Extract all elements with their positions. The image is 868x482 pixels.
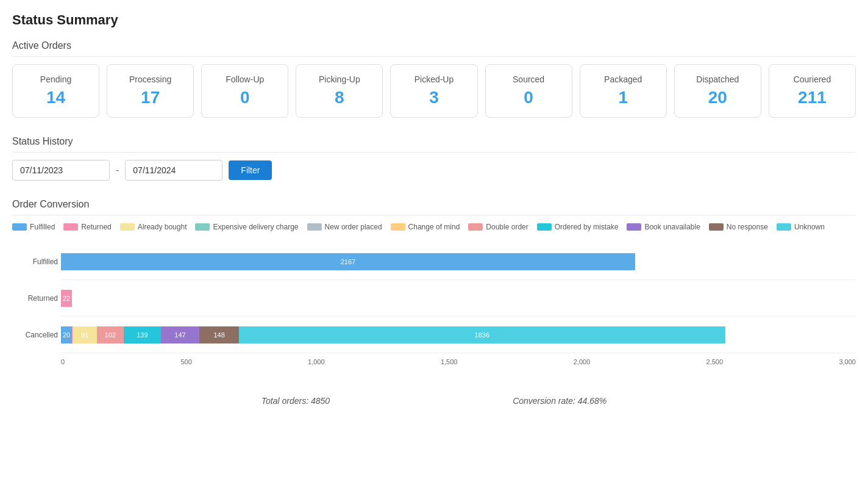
legend-color-swatch [63, 223, 78, 231]
legend-label: No response [727, 223, 768, 231]
legend-label: Already bought [138, 223, 187, 231]
chart-row: Fulfilled2167 [61, 243, 856, 280]
card-value: 3 [403, 88, 464, 107]
legend-item: Already bought [120, 223, 187, 231]
card-label: Packaged [592, 74, 654, 84]
row-label: Cancelled [12, 331, 58, 339]
x-axis-label: 3,000 [839, 358, 856, 365]
chart-row: Cancelled20911021391471481836 [61, 317, 856, 353]
status-card[interactable]: Follow-Up 0 [201, 64, 288, 118]
status-history-label: Status History [12, 136, 856, 153]
page-title: Status Summary [12, 12, 856, 28]
x-axis-label: 1,000 [308, 358, 325, 365]
card-label: Pending [25, 74, 87, 84]
card-label: Dispatched [687, 74, 749, 84]
chart-area: Fulfilled2167Returned22Cancelled20911021… [12, 243, 856, 384]
status-history-section: Status History - Filter [12, 136, 856, 181]
legend-color-swatch [468, 223, 483, 231]
card-value: 0 [214, 88, 276, 107]
legend-color-swatch [195, 223, 210, 231]
bar-segment: 148 [199, 326, 238, 344]
stats-row: Total orders: 4850 Conversion rate: 44.6… [12, 396, 856, 406]
legend-label: Expensive delivery charge [213, 223, 298, 231]
legend-item: No response [709, 223, 768, 231]
chart-rows: Fulfilled2167Returned22Cancelled20911021… [61, 243, 856, 353]
legend-color-swatch [537, 223, 552, 231]
bar-segment: 2167 [61, 253, 635, 270]
legend-color-swatch [307, 223, 322, 231]
card-value: 20 [687, 88, 749, 107]
x-axis-label: 2,500 [706, 358, 724, 365]
date-to-input[interactable] [125, 160, 222, 181]
conversion-rate: Conversion rate: 44.68% [513, 396, 607, 406]
active-orders-section: Active Orders Pending 14 Processing 17 F… [12, 40, 856, 118]
status-card[interactable]: Packaged 1 [580, 64, 667, 118]
filter-button[interactable]: Filter [229, 160, 272, 180]
legend-label: Book unavailable [644, 223, 700, 231]
date-separator: - [116, 165, 119, 176]
x-axis: 05001,0001,5002,0002,5003,000 [61, 358, 856, 365]
card-value: 1 [592, 88, 654, 107]
legend-label: Unknown [794, 223, 825, 231]
legend-color-swatch [120, 223, 135, 231]
legend-item: New order placed [307, 223, 382, 231]
card-value: 0 [498, 88, 560, 107]
total-orders: Total orders: 4850 [261, 396, 330, 406]
filter-row: - Filter [12, 160, 856, 181]
legend-item: Ordered by mistake [537, 223, 619, 231]
bar-segment: 1836 [239, 326, 725, 344]
status-card[interactable]: Picked-Up 3 [390, 64, 477, 118]
status-card[interactable]: Processing 17 [107, 64, 194, 118]
card-label: Couriered [781, 74, 843, 84]
bar-segment: 22 [61, 290, 72, 307]
x-axis-label: 0 [61, 358, 65, 365]
legend-item: Fulfilled [12, 223, 55, 231]
bar-container: 2167 [61, 253, 856, 270]
legend-item: Book unavailable [627, 223, 700, 231]
bar-segment: 91 [73, 326, 97, 344]
status-cards-row: Pending 14 Processing 17 Follow-Up 0 Pic… [12, 64, 856, 118]
legend-color-swatch [709, 223, 724, 231]
legend-label: Double order [486, 223, 528, 231]
legend-item: Unknown [777, 223, 825, 231]
active-orders-label: Active Orders [12, 40, 856, 57]
x-axis-label: 1,500 [441, 358, 458, 365]
x-axis-label: 500 [180, 358, 191, 365]
chart-legend: Fulfilled Returned Already bought Expens… [12, 223, 856, 231]
card-value: 8 [308, 88, 370, 107]
legend-item: Change of mind [391, 223, 460, 231]
card-value: 14 [25, 88, 87, 107]
date-from-input[interactable] [12, 160, 110, 181]
legend-color-swatch [777, 223, 791, 231]
row-label: Returned [12, 294, 58, 303]
legend-item: Double order [468, 223, 528, 231]
legend-label: New order placed [325, 223, 382, 231]
legend-item: Expensive delivery charge [195, 223, 298, 231]
legend-color-swatch [627, 223, 641, 231]
card-value: 211 [781, 88, 843, 107]
legend-label: Returned [81, 223, 111, 231]
bar-segment: 147 [161, 326, 200, 344]
card-label: Processing [119, 74, 181, 84]
bar-container: 20911021391471481836 [61, 326, 856, 344]
card-label: Picked-Up [403, 74, 464, 84]
row-label: Fulfilled [12, 257, 58, 266]
status-card[interactable]: Pending 14 [12, 64, 99, 118]
order-conversion-label: Order Conversion [12, 199, 856, 215]
bar-container: 22 [61, 290, 856, 307]
status-card[interactable]: Sourced 0 [485, 64, 572, 118]
status-card[interactable]: Dispatched 20 [674, 64, 761, 118]
status-card[interactable]: Couriered 211 [769, 64, 856, 118]
card-label: Picking-Up [308, 74, 370, 84]
card-label: Sourced [498, 74, 560, 84]
status-card[interactable]: Picking-Up 8 [296, 64, 383, 118]
legend-label: Fulfilled [30, 223, 55, 231]
legend-color-swatch [12, 223, 27, 231]
chart-wrapper: Fulfilled2167Returned22Cancelled20911021… [12, 243, 856, 384]
legend-label: Ordered by mistake [555, 223, 619, 231]
card-label: Follow-Up [214, 74, 276, 84]
x-axis-label: 2,000 [574, 358, 591, 365]
bar-segment: 139 [124, 326, 160, 344]
legend-item: Returned [63, 223, 111, 231]
card-value: 17 [119, 88, 181, 107]
